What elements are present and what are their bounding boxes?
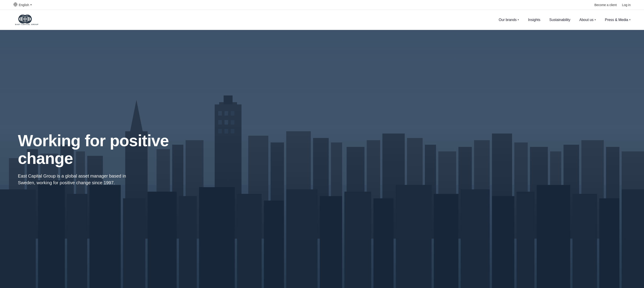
main-navbar: EAST CAPITAL GROUP Our brands ▾ Insights… [0,10,644,30]
nav-item-press-media[interactable]: Press & Media ▾ [605,18,630,22]
become-client-link[interactable]: Become a client [594,3,617,7]
hero-subtitle: East Capital Group is a global asset man… [18,172,143,186]
svg-point-2 [19,15,27,23]
svg-text:EAST CAPITAL GROUP: EAST CAPITAL GROUP [15,24,39,25]
about-us-chevron-icon: ▾ [594,18,596,21]
language-label[interactable]: English ▾ [19,3,32,7]
hero-title: Working for positive change [18,132,183,167]
svg-point-3 [23,15,31,23]
nav-item-about-us[interactable]: About us ▾ [580,18,596,22]
hero-content: Working for positive change East Capital… [0,132,201,186]
nav-item-sustainability[interactable]: Sustainability [550,18,570,22]
language-selector-container[interactable]: English ▾ [14,2,32,8]
nav-label-sustainability: Sustainability [550,18,570,22]
nav-label-insights: Insights [528,18,540,22]
nav-label-press-media: Press & Media [605,18,628,22]
logo[interactable]: EAST CAPITAL GROUP [14,14,40,26]
language-chevron-icon: ▾ [30,3,32,6]
language-text: English [19,3,29,7]
nav-label-our-brands: Our brands [499,18,516,22]
utility-links: Become a client Log in [594,3,630,7]
utility-bar: English ▾ Become a client Log in [0,0,644,10]
globe-icon [14,2,18,8]
nav-label-about-us: About us [580,18,594,22]
nav-item-insights[interactable]: Insights [528,18,540,22]
nav-links: Our brands ▾ Insights Sustainability Abo… [499,18,630,22]
nav-item-our-brands[interactable]: Our brands ▾ [499,18,519,22]
login-link[interactable]: Log in [622,3,630,7]
press-media-chevron-icon: ▾ [629,18,630,21]
hero-section: Working for positive change East Capital… [0,30,644,288]
our-brands-chevron-icon: ▾ [518,18,519,21]
